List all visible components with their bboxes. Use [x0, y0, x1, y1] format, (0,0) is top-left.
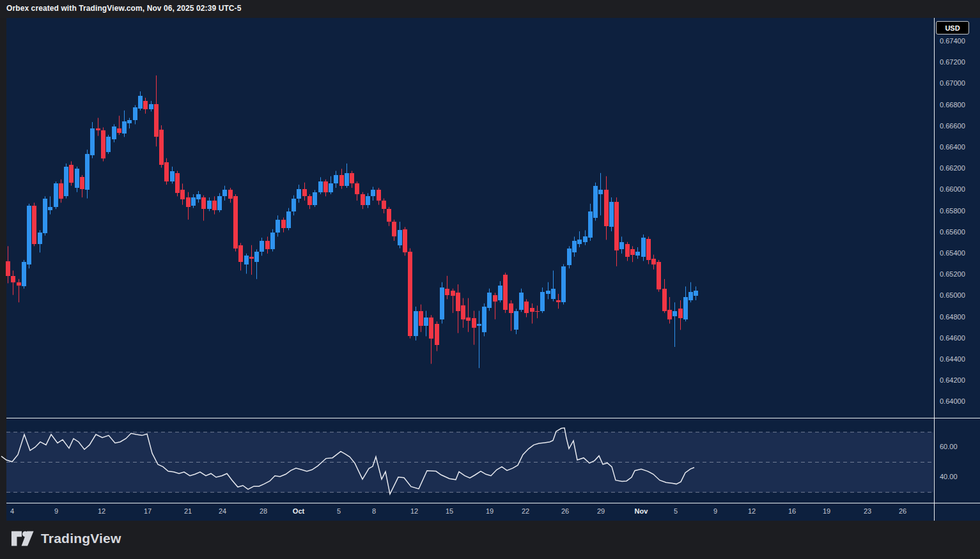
candle-body [212, 201, 217, 210]
candle-body [85, 154, 89, 190]
candle-body [244, 256, 249, 264]
candlestick-chart-svg[interactable] [0, 0, 980, 559]
candle-body [361, 194, 365, 205]
candle-body [302, 189, 307, 197]
candle-body [143, 101, 148, 109]
time-label-8: 8 [372, 507, 376, 515]
price-tick-0.65800: 0.65800 [940, 207, 965, 215]
candle-body [48, 207, 52, 210]
time-label-4: 4 [10, 507, 14, 515]
candle-body [398, 230, 402, 245]
candle-body [59, 183, 63, 198]
candle-body [598, 190, 603, 194]
candle-body [96, 128, 100, 130]
candle-body [498, 286, 502, 300]
time-label-9: 9 [713, 507, 717, 515]
candle-body [345, 173, 349, 186]
candle-body [662, 289, 667, 311]
candle-body [355, 183, 359, 194]
candle-body [556, 300, 561, 302]
price-tick-0.64800: 0.64800 [940, 313, 965, 321]
candle-body [535, 311, 540, 312]
time-label-21: 21 [184, 507, 192, 515]
time-label-29: 29 [597, 507, 605, 515]
pane-separator-indicator-timeaxis[interactable] [6, 503, 980, 503]
candle-body [292, 199, 296, 211]
price-axis-separator[interactable] [934, 18, 935, 521]
candle-body [487, 293, 492, 307]
candle-body [323, 181, 328, 192]
candle-body [117, 128, 121, 133]
candle-body [249, 257, 254, 259]
candle-body [609, 202, 614, 227]
candle-body [149, 104, 153, 109]
time-label-26: 26 [561, 507, 569, 515]
candle-body [440, 287, 444, 319]
candle-body [228, 190, 233, 198]
candle-body [186, 197, 191, 207]
candle-body [207, 201, 212, 209]
time-label-26: 26 [899, 507, 906, 515]
candle-body [170, 171, 175, 182]
price-tick-0.66600: 0.66600 [940, 122, 965, 130]
candle-body [106, 137, 111, 151]
candle-body [222, 190, 227, 196]
candle-body [482, 307, 486, 332]
price-tick-0.65200: 0.65200 [940, 270, 965, 278]
candles-group[interactable] [6, 75, 698, 368]
rsi-tick-40.00: 40.00 [940, 473, 958, 480]
candle-body [509, 303, 513, 313]
price-tick-0.64400: 0.64400 [940, 355, 965, 363]
candle-body [614, 202, 619, 250]
time-label-16: 16 [788, 507, 796, 515]
candle-body [270, 233, 275, 250]
candle-body [154, 104, 159, 137]
time-label-12: 12 [748, 507, 756, 515]
price-tick-0.65400: 0.65400 [940, 249, 965, 257]
time-label-5: 5 [337, 507, 341, 515]
candle-body [238, 245, 243, 263]
candle-body [196, 194, 201, 199]
time-label-17: 17 [144, 507, 152, 515]
time-label-12: 12 [410, 507, 418, 515]
candle-body [588, 211, 593, 238]
candle-body [138, 96, 143, 109]
candle-body [593, 186, 598, 218]
candle-body [667, 310, 672, 319]
candle-body [180, 190, 185, 199]
candle-body [6, 261, 10, 276]
candle-body [657, 262, 661, 289]
tradingview-logo[interactable]: TradingView [10, 530, 121, 548]
candle-body [22, 262, 26, 286]
candle-body [577, 240, 582, 244]
pane-separator-main-indicator[interactable] [6, 418, 980, 418]
candle-body [80, 177, 84, 188]
candle-body [297, 189, 301, 199]
candle-body [435, 324, 439, 345]
candle-body [461, 305, 465, 319]
time-label-12: 12 [98, 507, 105, 515]
currency-badge[interactable]: USD [936, 21, 969, 34]
candle-body [38, 233, 42, 244]
time-label-24: 24 [219, 507, 226, 515]
time-label-28: 28 [260, 507, 267, 515]
candle-body [429, 318, 433, 339]
candle-body [551, 289, 556, 300]
time-label-Nov: Nov [635, 507, 648, 515]
price-tick-0.66800: 0.66800 [940, 101, 965, 109]
candle-body [619, 242, 624, 250]
candle-body [456, 293, 460, 310]
candle-body [387, 209, 391, 222]
candle-body [276, 220, 280, 233]
candle-body [635, 252, 640, 256]
candle-body [408, 252, 412, 337]
candle-body [217, 196, 222, 210]
candle-body [688, 292, 693, 300]
candle-body [451, 291, 455, 296]
price-tick-0.67200: 0.67200 [940, 58, 965, 66]
candle-body [424, 318, 428, 326]
time-label-22: 22 [522, 507, 529, 515]
candle-body [403, 229, 407, 253]
candle-body [307, 196, 312, 204]
price-tick-0.66200: 0.66200 [940, 164, 965, 172]
